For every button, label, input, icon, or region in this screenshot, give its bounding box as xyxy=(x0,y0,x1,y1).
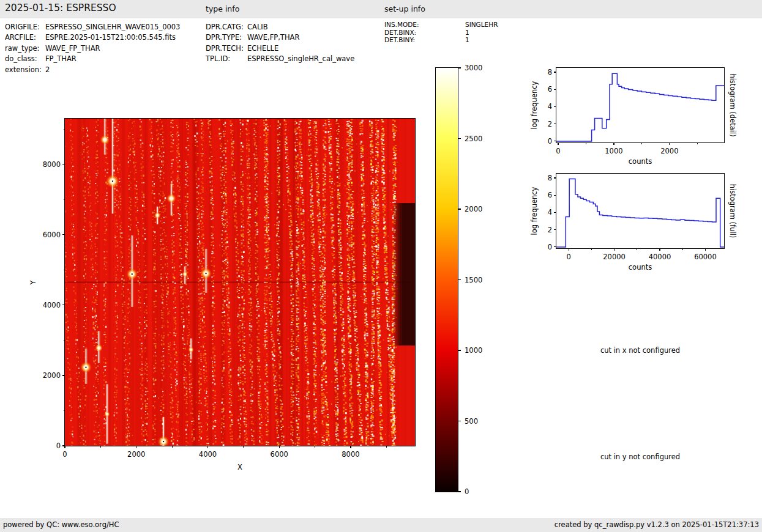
x-minor-tick xyxy=(591,248,592,250)
setup-info-list: INS.MODE:SINGLEHRDET.BINX:1DET.BINY:1 xyxy=(384,21,498,44)
info-label: ORIGFILE: xyxy=(5,22,45,32)
x-minor-tick xyxy=(243,446,244,448)
colorbar-tick-label: 500 xyxy=(465,417,478,426)
x-minor-tick xyxy=(315,446,315,448)
right-axis-label: histogram (detail) xyxy=(728,73,737,136)
y-minor-tick xyxy=(64,340,65,341)
y-tick-label: 2000 xyxy=(36,371,61,380)
histogram-detail-plot: 01000200002468countslog frequencyhistogr… xyxy=(556,67,725,143)
right-axis-label: histogram (full) xyxy=(728,184,737,238)
info-label: ARCFILE: xyxy=(5,32,45,43)
y-tick xyxy=(62,234,65,235)
x-tick-label: 0 xyxy=(47,450,83,459)
x-tick-label: 20000 xyxy=(596,253,633,261)
x-axis-label: X xyxy=(222,463,258,471)
colorbar-tick xyxy=(458,491,461,492)
info-row: ARCFILE:ESPRE.2025-01-15T21:00:05.545.fi… xyxy=(5,32,180,43)
x-tick xyxy=(279,446,280,448)
colorbar-tick-label: 1500 xyxy=(465,276,482,284)
y-axis-label: log frequency xyxy=(530,81,539,130)
y-tick-label: 6000 xyxy=(36,231,61,239)
x-minor-tick xyxy=(172,446,173,448)
info-value: 1 xyxy=(465,36,469,43)
info-label: INS.MODE: xyxy=(384,21,465,29)
colorbar-tick xyxy=(458,67,461,68)
info-value: ESPRESSO_singleHR_cal_wave xyxy=(247,54,354,63)
footer-left-text: powered by QC: www.eso.org/HC xyxy=(3,518,119,532)
x-tick xyxy=(614,248,614,251)
type-info-list: DPR.CATG:CALIBDPR.TYPE:WAVE,FP,THARDPR.T… xyxy=(206,22,354,65)
info-label: raw_type: xyxy=(5,43,45,54)
x-tick-label: 6000 xyxy=(261,450,297,459)
x-tick xyxy=(705,248,706,251)
y-tick-label: 0 xyxy=(528,137,552,146)
y-tick xyxy=(62,375,65,375)
x-tick xyxy=(558,142,558,145)
info-row: TPL.ID:ESPRESSO_singleHR_cal_wave xyxy=(206,54,354,64)
y-tick-label: 8 xyxy=(528,68,552,76)
x-tick xyxy=(207,446,208,448)
info-value: WAVE_FP_THAR xyxy=(45,44,100,53)
x-tick xyxy=(659,248,660,251)
x-minor-tick xyxy=(641,142,642,144)
colorbar: 050010001500200025003000 xyxy=(435,67,458,492)
x-tick-label: 2000 xyxy=(651,147,688,155)
x-minor-tick xyxy=(586,142,586,144)
info-value: ESPRESSO_SINGLEHR_WAVE015_0003 xyxy=(45,23,180,31)
colorbar-tick xyxy=(458,279,461,280)
info-label: do_class: xyxy=(5,54,45,64)
x-tick xyxy=(569,248,569,251)
info-value: ECHELLE xyxy=(247,44,278,53)
info-value: 2 xyxy=(45,65,50,74)
colorbar-tick-label: 0 xyxy=(465,487,469,496)
info-value: FP_THAR xyxy=(45,54,77,63)
y-minor-tick xyxy=(64,199,65,200)
colorbar-tick xyxy=(458,350,461,350)
y-minor-tick xyxy=(64,129,65,130)
info-row: DET.BINX:1 xyxy=(384,29,498,37)
info-label: DPR.TYPE: xyxy=(206,32,247,43)
info-label: DET.BINY: xyxy=(384,36,465,44)
y-tick xyxy=(62,445,65,446)
info-row: DPR.TYPE:WAVE,FP,THAR xyxy=(206,32,354,43)
x-axis-label: counts xyxy=(616,157,665,166)
x-tick-label: 40000 xyxy=(641,253,678,261)
x-tick-label: 0 xyxy=(550,253,587,261)
file-info-list: ORIGFILE:ESPRESSO_SINGLEHR_WAVE015_0003A… xyxy=(5,22,180,75)
x-minor-tick xyxy=(100,446,101,448)
colorbar-tick-label: 2000 xyxy=(465,205,482,213)
y-tick-label: 0 xyxy=(36,441,61,450)
y-tick-label: 8 xyxy=(528,174,552,182)
info-value: WAVE,FP,THAR xyxy=(247,33,299,42)
info-label: DPR.CATG: xyxy=(206,22,247,32)
footer-bar: powered by QC: www.eso.org/HC created by… xyxy=(0,518,762,532)
info-row: ORIGFILE:ESPRESSO_SINGLEHR_WAVE015_0003 xyxy=(5,22,180,32)
info-label: DET.BINX: xyxy=(384,29,465,37)
colorbar-tick xyxy=(458,209,461,209)
footer-right-text: created by qc_rawdisp.py v1.2.3 on 2025-… xyxy=(555,518,759,532)
info-value: 1 xyxy=(465,29,469,36)
histogram-line xyxy=(556,68,724,142)
y-tick-label: 8000 xyxy=(36,160,61,169)
info-value: ESPRE.2025-01-15T21:00:05.545.fits xyxy=(45,33,176,42)
y-tick-label: 0 xyxy=(528,243,552,251)
x-minor-tick xyxy=(637,248,637,250)
cut-y-message: cut in y not configured xyxy=(555,453,726,461)
x-tick-label: 0 xyxy=(540,147,577,155)
x-minor-tick xyxy=(697,142,698,144)
qc-rawdisp-report: 2025-01-15: ESPRESSO type info set-up in… xyxy=(0,0,762,532)
y-axis-label: Y xyxy=(29,280,37,284)
x-tick-label: 1000 xyxy=(596,147,632,155)
histogram-full-plot: 020000400006000002468countslog frequency… xyxy=(556,173,725,249)
info-row: raw_type:WAVE_FP_THAR xyxy=(5,43,180,54)
y-axis-label: log frequency xyxy=(530,187,539,235)
x-tick-label: 2000 xyxy=(118,450,155,459)
colorbar-tick xyxy=(458,138,461,139)
y-minor-tick xyxy=(64,410,65,411)
info-value: SINGLEHR xyxy=(465,21,498,28)
info-row: extension:2 xyxy=(5,65,180,75)
x-tick xyxy=(669,142,670,145)
info-label: TPL.ID: xyxy=(206,54,247,64)
x-tick xyxy=(613,142,614,145)
y-tick xyxy=(62,164,65,164)
